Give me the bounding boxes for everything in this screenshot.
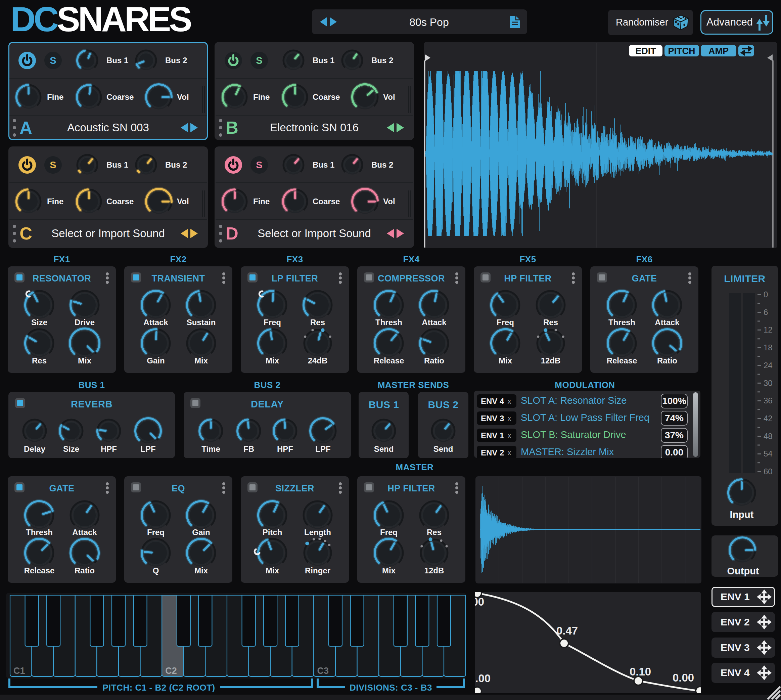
svg-text:S: S xyxy=(50,55,56,66)
svg-text:12: 12 xyxy=(764,325,773,334)
svg-text:C3: C3 xyxy=(317,666,329,676)
svg-text:DIVISIONS: C3 - B3: DIVISIONS: C3 - B3 xyxy=(350,683,432,693)
svg-text:24: 24 xyxy=(764,361,773,370)
svg-text:60: 60 xyxy=(764,467,773,476)
svg-text:18: 18 xyxy=(764,343,773,352)
svg-text:S: S xyxy=(256,55,262,66)
svg-text:36: 36 xyxy=(764,396,773,405)
svg-text:C1: C1 xyxy=(13,666,25,676)
svg-text:6: 6 xyxy=(764,308,768,317)
svg-text:30: 30 xyxy=(764,378,773,388)
svg-text:54: 54 xyxy=(764,449,773,458)
svg-text:S: S xyxy=(256,160,262,170)
svg-text:S: S xyxy=(50,160,56,170)
svg-text:0: 0 xyxy=(764,290,768,299)
svg-text:C2: C2 xyxy=(165,666,177,676)
svg-text:48: 48 xyxy=(764,432,773,441)
svg-text:PITCH: C1 - B2 (C2 ROOT): PITCH: C1 - B2 (C2 ROOT) xyxy=(102,683,215,693)
svg-text:42: 42 xyxy=(764,414,773,423)
